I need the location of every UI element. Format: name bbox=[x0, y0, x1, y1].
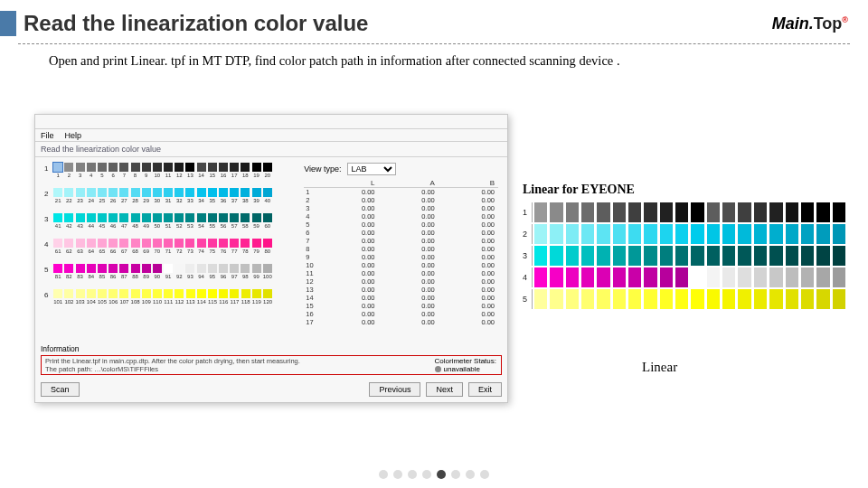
color-swatch[interactable] bbox=[131, 213, 140, 222]
exit-button[interactable]: Exit bbox=[468, 382, 502, 397]
color-swatch[interactable] bbox=[241, 213, 250, 222]
color-swatch[interactable] bbox=[76, 188, 85, 197]
color-swatch[interactable] bbox=[219, 264, 228, 273]
color-swatch[interactable] bbox=[153, 163, 162, 172]
color-swatch[interactable] bbox=[208, 163, 217, 172]
color-swatch[interactable] bbox=[208, 188, 217, 197]
color-swatch[interactable] bbox=[219, 163, 228, 172]
color-swatch[interactable] bbox=[252, 239, 261, 248]
color-swatch[interactable] bbox=[230, 264, 239, 273]
color-swatch[interactable] bbox=[76, 163, 85, 172]
color-swatch[interactable] bbox=[119, 213, 128, 222]
color-swatch[interactable] bbox=[153, 289, 162, 298]
color-swatch[interactable] bbox=[87, 239, 96, 248]
color-swatch[interactable] bbox=[252, 264, 261, 273]
color-swatch[interactable] bbox=[164, 163, 173, 172]
color-swatch[interactable] bbox=[142, 289, 151, 298]
color-swatch[interactable] bbox=[87, 213, 96, 222]
color-swatch[interactable] bbox=[164, 264, 173, 273]
color-swatch[interactable] bbox=[208, 289, 217, 298]
color-swatch[interactable] bbox=[53, 188, 62, 197]
color-swatch[interactable] bbox=[131, 188, 140, 197]
color-swatch[interactable] bbox=[108, 239, 118, 248]
color-swatch[interactable] bbox=[263, 213, 272, 222]
color-swatch[interactable] bbox=[131, 163, 140, 172]
color-swatch[interactable] bbox=[108, 213, 118, 222]
color-swatch[interactable] bbox=[230, 289, 239, 298]
color-swatch[interactable] bbox=[98, 264, 107, 273]
color-swatch[interactable] bbox=[53, 163, 62, 172]
color-swatch[interactable] bbox=[64, 213, 73, 222]
color-swatch[interactable] bbox=[219, 213, 228, 222]
color-swatch[interactable] bbox=[76, 239, 85, 248]
color-swatch[interactable] bbox=[230, 213, 239, 222]
color-swatch[interactable] bbox=[87, 188, 96, 197]
color-swatch[interactable] bbox=[219, 239, 228, 248]
color-swatch[interactable] bbox=[197, 264, 206, 273]
color-swatch[interactable] bbox=[197, 163, 206, 172]
color-swatch[interactable] bbox=[197, 188, 206, 197]
color-swatch[interactable] bbox=[241, 239, 250, 248]
color-swatch[interactable] bbox=[98, 289, 107, 298]
color-swatch[interactable] bbox=[208, 264, 217, 273]
color-swatch[interactable] bbox=[197, 289, 206, 298]
color-swatch[interactable] bbox=[87, 289, 96, 298]
color-swatch[interactable] bbox=[98, 163, 107, 172]
color-swatch[interactable] bbox=[87, 163, 96, 172]
color-swatch[interactable] bbox=[263, 264, 272, 273]
color-swatch[interactable] bbox=[53, 239, 62, 248]
color-swatch[interactable] bbox=[186, 289, 195, 298]
color-swatch[interactable] bbox=[53, 289, 62, 298]
previous-button[interactable]: Previous bbox=[369, 382, 420, 397]
color-swatch[interactable] bbox=[64, 239, 73, 248]
color-swatch[interactable] bbox=[208, 239, 217, 248]
color-swatch[interactable] bbox=[185, 264, 194, 273]
color-swatch[interactable] bbox=[108, 289, 118, 298]
color-swatch[interactable] bbox=[131, 239, 140, 248]
color-swatch[interactable] bbox=[142, 188, 151, 197]
color-swatch[interactable] bbox=[185, 163, 194, 172]
color-swatch[interactable] bbox=[142, 239, 151, 248]
color-swatch[interactable] bbox=[53, 213, 62, 222]
color-swatch[interactable] bbox=[175, 213, 184, 222]
color-swatch[interactable] bbox=[263, 239, 272, 248]
color-swatch[interactable] bbox=[185, 213, 194, 222]
color-swatch[interactable] bbox=[119, 239, 128, 248]
color-swatch[interactable] bbox=[119, 163, 128, 172]
color-swatch[interactable] bbox=[252, 213, 261, 222]
color-swatch[interactable] bbox=[153, 239, 162, 248]
color-swatch[interactable] bbox=[87, 264, 96, 273]
color-swatch[interactable] bbox=[64, 289, 73, 298]
color-swatch[interactable] bbox=[131, 264, 140, 273]
color-swatch[interactable] bbox=[252, 188, 261, 197]
color-swatch[interactable] bbox=[230, 163, 239, 172]
color-swatch[interactable] bbox=[76, 264, 85, 273]
color-swatch[interactable] bbox=[230, 188, 239, 197]
color-swatch[interactable] bbox=[263, 188, 272, 197]
color-swatch[interactable] bbox=[185, 239, 194, 248]
color-swatch[interactable] bbox=[164, 239, 173, 248]
color-swatch[interactable] bbox=[64, 163, 73, 172]
color-swatch[interactable] bbox=[252, 289, 261, 298]
color-swatch[interactable] bbox=[98, 188, 107, 197]
color-swatch[interactable] bbox=[131, 289, 140, 298]
color-swatch[interactable] bbox=[119, 264, 128, 273]
color-swatch[interactable] bbox=[98, 239, 107, 248]
next-button[interactable]: Next bbox=[426, 382, 463, 397]
color-swatch[interactable] bbox=[185, 188, 194, 197]
color-swatch[interactable] bbox=[219, 289, 228, 298]
color-swatch[interactable] bbox=[142, 213, 151, 222]
color-swatch[interactable] bbox=[219, 188, 228, 197]
color-swatch[interactable] bbox=[142, 163, 151, 172]
color-swatch[interactable] bbox=[64, 188, 73, 197]
color-swatch[interactable] bbox=[164, 213, 173, 222]
color-swatch[interactable] bbox=[119, 289, 128, 298]
color-swatch[interactable] bbox=[153, 264, 162, 273]
color-swatch[interactable] bbox=[76, 289, 85, 298]
color-swatch[interactable] bbox=[241, 188, 250, 197]
color-swatch[interactable] bbox=[108, 163, 118, 172]
color-swatch[interactable] bbox=[164, 188, 173, 197]
color-swatch[interactable] bbox=[98, 213, 107, 222]
scan-button[interactable]: Scan bbox=[41, 382, 80, 397]
color-swatch[interactable] bbox=[175, 289, 184, 298]
